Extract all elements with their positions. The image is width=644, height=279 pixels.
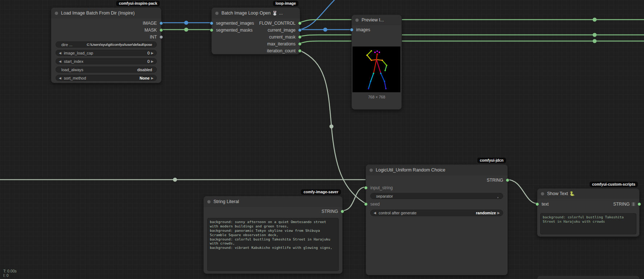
status-iterations: I: 0 <box>3 273 9 278</box>
collapse-dot-icon[interactable] <box>207 200 211 203</box>
link-current-image-offscreen <box>299 0 338 30</box>
arrow-right-icon[interactable]: ▶ <box>151 60 154 63</box>
node-title-bar[interactable]: LogicUtil_Uniform Random Choice <box>366 165 508 175</box>
widget-label: control after generate <box>379 211 417 215</box>
output-dot-int[interactable] <box>159 35 163 39</box>
widget-label: start_index <box>64 59 83 64</box>
partial-node[interactable] <box>537 275 640 279</box>
graph-canvas[interactable]: comfyui-inspire-pack Load Image Batch Fr… <box>0 0 644 279</box>
show-text-textarea[interactable]: background: colorful bustling Takeshita … <box>540 213 636 234</box>
node-title: LogicUtil_Uniform Random Choice <box>376 167 445 173</box>
slot-label: INT <box>150 35 157 40</box>
collapse-dot-icon[interactable] <box>355 19 359 22</box>
grip-icon[interactable] <box>632 202 635 206</box>
node-pack-badge: comfyui-jdcn <box>477 158 506 163</box>
widget-image-load-cap[interactable]: ◀ image_load_cap 0 ▶ <box>56 50 157 56</box>
node-title-bar[interactable]: Preview I... <box>352 15 402 25</box>
output-dot-mask[interactable] <box>159 28 163 32</box>
output-slot-flow-control: FLOW_CONTROL <box>212 20 300 27</box>
status-time: T: 0.00s <box>3 269 17 273</box>
node-title-bar[interactable]: String Literal <box>204 196 342 207</box>
input-slot-images: images <box>352 26 402 33</box>
link-midpoint-dot <box>593 18 597 22</box>
widget-value: 0 <box>147 51 151 55</box>
widget-directory[interactable]: dire ... C:\Users\syui\git\comfyui\user\… <box>56 41 157 48</box>
slot-label: images <box>356 27 370 32</box>
node-title: Show Text <box>547 191 568 196</box>
node-pack-badge: comfy-image-saver <box>301 189 341 195</box>
output-dot-max-iterations[interactable] <box>298 42 302 46</box>
output-dot-current-mask[interactable] <box>298 35 302 39</box>
arrow-right-icon[interactable]: ▶ <box>151 76 154 80</box>
input-slot-input-string: input_string <box>366 184 508 191</box>
output-slot-string: STRING <box>204 208 342 215</box>
node-string-literal[interactable]: comfy-image-saver String Literal STRING … <box>203 196 343 274</box>
output-dot-image[interactable] <box>159 21 163 25</box>
link-midpoint-dot <box>593 39 597 43</box>
node-pack-badge: loop-image <box>273 1 298 6</box>
slot-label: IMAGE <box>143 21 157 26</box>
output-slot-int: INT <box>51 33 161 40</box>
arrow-right-icon[interactable]: ▶ <box>497 211 500 215</box>
node-random-choice[interactable]: comfyui-jdcn LogicUtil_Uniform Random Ch… <box>366 164 508 275</box>
input-slot-seed: seed <box>366 201 508 207</box>
slot-label: input_string <box>370 185 393 190</box>
node-title-bar[interactable]: Show Text 🐍 <box>537 189 639 199</box>
arrow-left-icon[interactable]: ◀ <box>59 51 61 55</box>
node-title: Load Image Batch From Dir (Inspire) <box>61 11 135 16</box>
node-pack-badge: comfyui-inspire-pack <box>116 1 160 6</box>
slot-label: current_mask <box>269 35 295 40</box>
arrow-left-icon[interactable]: ◀ <box>59 60 61 63</box>
node-preview-image[interactable]: Preview I... images <box>351 15 402 110</box>
collapse-dot-icon[interactable] <box>55 12 58 15</box>
slot-label: STRING <box>613 202 629 207</box>
output-dot-string[interactable] <box>637 202 641 206</box>
output-dot-current-image[interactable] <box>298 28 302 32</box>
string-literal-textarea[interactable]: background: sunny afternoon on a quiet O… <box>207 218 339 271</box>
slot-label: max_iterations <box>267 41 295 46</box>
output-slot-iteration-count: iteration_count <box>212 47 300 54</box>
slot-label: current_image <box>268 28 295 33</box>
widget-value: randomize <box>476 211 497 215</box>
widget-label: separator <box>376 194 393 198</box>
node-title: String Literal <box>213 199 239 204</box>
input-dot-input-string[interactable] <box>364 186 368 190</box>
slot-label: FLOW_CONTROL <box>259 21 295 26</box>
collapse-dot-icon[interactable] <box>215 12 219 15</box>
output-dot-string[interactable] <box>341 210 344 213</box>
widget-label: image_load_cap <box>64 51 93 55</box>
node-title-bar[interactable]: Batch Image Loop Open 🐰 ... <box>212 8 300 19</box>
output-dot-iteration-count[interactable] <box>298 49 302 53</box>
widget-load-always[interactable]: load_always disabled <box>56 66 157 73</box>
widget-value: disabled <box>137 68 154 72</box>
widget-separator[interactable]: separator , <box>370 193 503 199</box>
node-batch-image-loop[interactable]: loop-image Batch Image Loop Open 🐰 ... s… <box>211 7 300 54</box>
widget-control-after-generate[interactable]: ◀ control after generate randomize ▶ <box>370 210 503 216</box>
arrow-right-icon[interactable]: ▶ <box>151 51 154 55</box>
node-title: Preview I... <box>362 17 384 23</box>
input-dot-images[interactable] <box>350 28 354 32</box>
output-dot-flow-control[interactable] <box>298 21 302 25</box>
arrow-left-icon[interactable]: ◀ <box>374 211 376 215</box>
slot-label: STRING <box>487 178 503 183</box>
input-dot-seed[interactable] <box>364 202 368 206</box>
output-dot-string[interactable] <box>506 178 509 182</box>
node-title-suffix: ... <box>279 11 283 16</box>
output-slot-string: STRING <box>537 201 639 207</box>
widget-sort-method[interactable]: ◀ sort_method None ▶ <box>56 75 157 81</box>
node-title-bar[interactable]: Load Image Batch From Dir (Inspire) <box>51 8 161 19</box>
node-show-text[interactable]: comfyui-custom-scripts Show Text 🐍 text … <box>537 188 640 237</box>
arrow-left-icon[interactable]: ◀ <box>59 76 61 80</box>
collapse-dot-icon[interactable] <box>370 169 373 172</box>
collapse-dot-icon[interactable] <box>541 192 544 195</box>
output-slot-current-image: current_image <box>212 27 300 33</box>
slot-label: STRING <box>322 209 338 214</box>
output-slot-image: IMAGE <box>51 20 161 27</box>
link-midpoint-dot <box>184 28 188 32</box>
output-slot-max-iterations: max_iterations <box>212 40 300 47</box>
link-midpoint-dot <box>323 28 327 32</box>
pose-skeleton <box>352 46 400 92</box>
node-load-image-batch[interactable]: comfyui-inspire-pack Load Image Batch Fr… <box>51 7 162 83</box>
widget-start-index[interactable]: ◀ start_index 0 ▶ <box>56 58 157 64</box>
widget-value: , <box>497 194 500 198</box>
